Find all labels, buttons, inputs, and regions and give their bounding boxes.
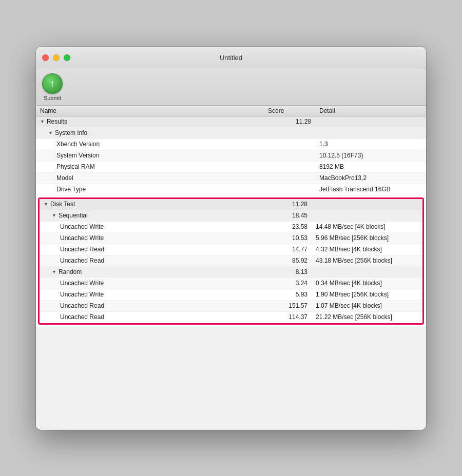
row-name: Uncached Write [44, 291, 264, 298]
row-name-text: Uncached Write [60, 234, 104, 242]
row-name-text: Uncached Read [60, 313, 104, 321]
row-name-text: System Version [56, 152, 99, 159]
row-name-text: Uncached Read [60, 257, 104, 264]
submit-label: Submit [44, 95, 61, 101]
table-area: Name Score Detail ▼ Results 11.28 ▼ Syst… [36, 106, 426, 327]
table-row: Model MacBookPro13,2 [36, 173, 426, 184]
col-name: Name [40, 107, 268, 114]
submit-icon [42, 73, 63, 94]
table-row: Xbench Version 1.3 [36, 139, 426, 150]
row-name-text: Drive Type [56, 186, 86, 193]
table-header: Name Score Detail [36, 106, 426, 116]
row-score: 3.24 [264, 280, 316, 287]
row-name-text: Xbench Version [56, 141, 100, 148]
row-score: 11.28 [268, 118, 319, 125]
triangle-icon: ▼ [52, 213, 56, 218]
table-row: Uncached Read 14.77 4.32 MB/sec [4K bloc… [40, 244, 422, 255]
row-name-text: System Info [55, 129, 87, 136]
row-detail: 10.12.5 (16F73) [319, 152, 422, 159]
row-detail: 5.96 MB/sec [256K blocks] [316, 234, 418, 242]
row-name: ▼ Sequential [44, 212, 264, 219]
table-row: ▼ Disk Test 11.28 [40, 199, 422, 210]
triangle-icon: ▼ [44, 202, 48, 207]
table-row: Uncached Read 114.37 21.22 MB/sec [256K … [40, 312, 422, 323]
row-name-text: Physical RAM [56, 163, 95, 170]
table-row: Uncached Read 85.92 43.18 MB/sec [256K b… [40, 255, 422, 267]
row-detail: 14.48 MB/sec [4K blocks] [316, 223, 418, 230]
row-score: 23.58 [264, 223, 316, 230]
row-name-text: Uncached Write [60, 280, 104, 287]
table-body-highlighted: ▼ Disk Test 11.28 ▼ Sequential 18.45 [40, 199, 422, 323]
row-score: 18.45 [264, 212, 316, 219]
row-name: Uncached Write [44, 234, 264, 242]
row-detail: 1.90 MB/sec [256K blocks] [316, 291, 418, 298]
row-name: Uncached Write [44, 223, 264, 230]
triangle-icon: ▼ [48, 130, 53, 135]
app-window: Untitled Submit Name Score Detail ▼ Resu… [36, 47, 426, 430]
table-row: Uncached Write 23.58 14.48 MB/sec [4K bl… [40, 222, 422, 233]
row-name: Uncached Read [44, 257, 264, 264]
row-detail: 21.22 MB/sec [256K blocks] [316, 313, 418, 321]
row-name-text: Disk Test [50, 201, 75, 208]
window-title: Untitled [220, 54, 242, 62]
table-row: ▼ Results 11.28 [36, 116, 426, 128]
table-row: Uncached Write 3.24 0.34 MB/sec [4K bloc… [40, 278, 422, 289]
table-row: System Version 10.12.5 (16F73) [36, 150, 426, 162]
row-score: 114.37 [264, 313, 316, 321]
row-name: ▼ System Info [40, 129, 268, 136]
row-name: Model [40, 174, 268, 182]
submit-button[interactable]: Submit [42, 73, 63, 101]
row-detail: MacBookPro13,2 [319, 174, 422, 182]
row-detail: 4.32 MB/sec [4K blocks] [316, 246, 418, 253]
row-name: System Version [40, 152, 268, 159]
row-name: Xbench Version [40, 141, 268, 148]
traffic-lights [42, 54, 70, 61]
row-score: 5.93 [264, 291, 316, 298]
col-detail: Detail [319, 107, 422, 114]
row-name: ▼ Results [40, 118, 268, 125]
row-detail: 8192 MB [319, 163, 422, 170]
row-detail: 0.34 MB/sec [4K blocks] [316, 280, 418, 287]
row-score: 10.53 [264, 234, 316, 242]
row-name: Uncached Read [44, 313, 264, 321]
row-name-text: Uncached Read [60, 302, 104, 309]
triangle-icon: ▼ [52, 269, 56, 274]
row-name: Uncached Read [44, 302, 264, 309]
row-name: Physical RAM [40, 163, 268, 170]
row-score: 11.28 [264, 201, 316, 208]
table-row: ▼ System Info [36, 128, 426, 139]
maximize-button[interactable] [64, 54, 70, 61]
row-name-text: Uncached Write [60, 223, 104, 230]
row-score: 85.92 [264, 257, 316, 264]
table-row: ▼ Sequential 18.45 [40, 210, 422, 222]
row-name: ▼ Random [44, 268, 264, 275]
row-detail: 1.3 [319, 141, 422, 148]
row-name-text: Results [47, 118, 67, 125]
row-score: 151.57 [264, 302, 316, 309]
bottom-area [36, 327, 426, 430]
table-row: Uncached Write 10.53 5.96 MB/sec [256K b… [40, 233, 422, 244]
row-score: 8.13 [264, 268, 316, 275]
titlebar: Untitled [36, 47, 426, 69]
row-detail: 43.18 MB/sec [256K blocks] [316, 257, 418, 264]
table-row: Uncached Write 5.93 1.90 MB/sec [256K bl… [40, 289, 422, 301]
row-name-text: Random [59, 268, 82, 275]
highlighted-section: ▼ Disk Test 11.28 ▼ Sequential 18.45 [38, 197, 424, 325]
close-button[interactable] [42, 54, 49, 61]
row-name: Drive Type [40, 186, 268, 193]
table-body-top: ▼ Results 11.28 ▼ System Info Xbench Ver… [36, 116, 426, 195]
triangle-icon: ▼ [40, 119, 45, 124]
row-name: Uncached Write [44, 280, 264, 287]
col-score: Score [268, 107, 319, 114]
table-row: Physical RAM 8192 MB [36, 162, 426, 173]
row-name-text: Model [56, 174, 73, 182]
toolbar: Submit [36, 69, 426, 106]
row-name-text: Uncached Write [60, 291, 104, 298]
row-detail: 1.07 MB/sec [4K blocks] [316, 302, 418, 309]
row-name-text: Uncached Read [60, 246, 104, 253]
row-score: 14.77 [264, 246, 316, 253]
minimize-button[interactable] [53, 54, 60, 61]
row-name: Uncached Read [44, 246, 264, 253]
table-row: Uncached Read 151.57 1.07 MB/sec [4K blo… [40, 301, 422, 312]
table-row: ▼ Random 8.13 [40, 267, 422, 278]
